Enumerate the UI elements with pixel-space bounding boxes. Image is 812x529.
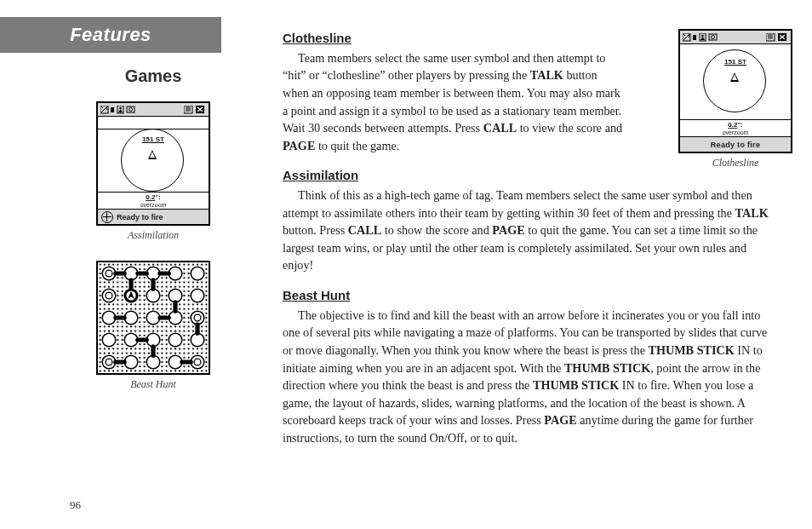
titlebar-right-icons <box>184 106 206 114</box>
zoom-text: overzoom <box>100 202 206 209</box>
heading-beasthunt: Beast Hunt <box>283 286 776 305</box>
body-text: Clothesline Team members select the same… <box>283 29 776 447</box>
para-beasthunt: The objective is to find and kill the be… <box>283 307 776 447</box>
distance-label: 151 ST <box>142 135 164 143</box>
para-assimilation: Think of this as a high-tech game of tag… <box>283 187 776 274</box>
figure-caption: Beast Hunt <box>77 378 230 391</box>
figure-caption: Assimilation <box>77 229 230 242</box>
para-clothesline: Team members select the same user symbol… <box>283 49 623 155</box>
pointer-icon <box>148 150 157 159</box>
svg-point-3 <box>119 106 122 109</box>
left-column: Games <box>77 66 230 410</box>
figure-assimilation-screen: 151 ST 0.2": overzoom Ready to fire <box>96 101 210 226</box>
svg-point-30 <box>102 334 116 348</box>
sat-icon <box>100 106 136 114</box>
svg-rect-1 <box>111 107 114 112</box>
svg-point-33 <box>169 334 182 348</box>
titlebar-left-icons <box>100 106 136 114</box>
maze-graphic <box>98 262 209 373</box>
status-text: Ready to fire <box>117 213 163 221</box>
svg-point-19 <box>191 267 204 281</box>
section-tab: Features <box>0 17 221 53</box>
heading-clothesline: Clothesline <box>283 29 776 48</box>
svg-point-20 <box>102 290 116 303</box>
svg-point-24 <box>191 290 204 303</box>
heading-assimilation: Assimilation <box>283 166 776 185</box>
subsection-heading: Games <box>77 66 230 86</box>
zoom-value: 0.2 <box>146 193 155 201</box>
page-number: 96 <box>70 498 81 512</box>
figure-beasthunt-screen <box>96 261 210 375</box>
crosshair-icon <box>101 211 113 223</box>
svg-point-5 <box>129 107 133 111</box>
